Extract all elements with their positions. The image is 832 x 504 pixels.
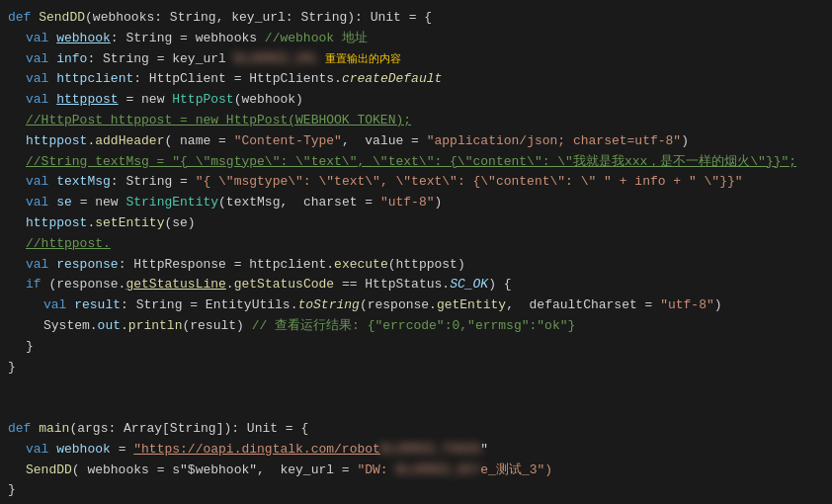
code-line: val info: String = key_url BLURRED_URL 重… (0, 49, 832, 70)
code-line: SendDD( webhooks = s"$webhook", key_url … (0, 461, 832, 481)
code-line (0, 378, 832, 398)
code-line: val response: HttpResponse = httpclient.… (0, 255, 832, 276)
code-line: //HttpPost httppost = new HttpPost(WEBHO… (0, 111, 832, 131)
code-line: val httppost = new HttpPost(webhook) (0, 90, 832, 111)
code-line: } (0, 480, 832, 501)
code-line: //httppost. (0, 234, 832, 255)
code-line: httppost.setEntity(se) (0, 213, 832, 234)
code-line: httppost.addHeader( name = "Content-Type… (0, 131, 832, 152)
code-line: } (0, 337, 832, 358)
code-line: def SendDD(webhooks: String, key_url: St… (0, 8, 832, 29)
code-line: val textMsg: String = "{ \"msgtype\": \"… (0, 172, 832, 193)
code-line: System.out.println(result) // 查看运行结果: {"… (0, 316, 832, 337)
code-line: val se = new StringEntity(textMsg, chars… (0, 193, 832, 213)
code-line: def main(args: Array[String]): Unit = { (0, 419, 832, 440)
code-line: val webhook: String = webhooks //webhook… (0, 29, 832, 49)
code-editor: def SendDD(webhooks: String, key_url: St… (0, 0, 832, 504)
code-line: //String textMsg = "{ \"msgtype\": \"tex… (0, 152, 832, 173)
code-line: val webhook = "https://oapi.dingtalk.com… (0, 440, 832, 461)
code-line: val result: String = EntityUtils.toStrin… (0, 295, 832, 316)
code-line: } (0, 358, 832, 378)
code-line: val httpclient: HttpClient = HttpClients… (0, 69, 832, 90)
code-line (0, 398, 832, 419)
code-line: if (response.getStatusLine.getStatusCode… (0, 275, 832, 295)
